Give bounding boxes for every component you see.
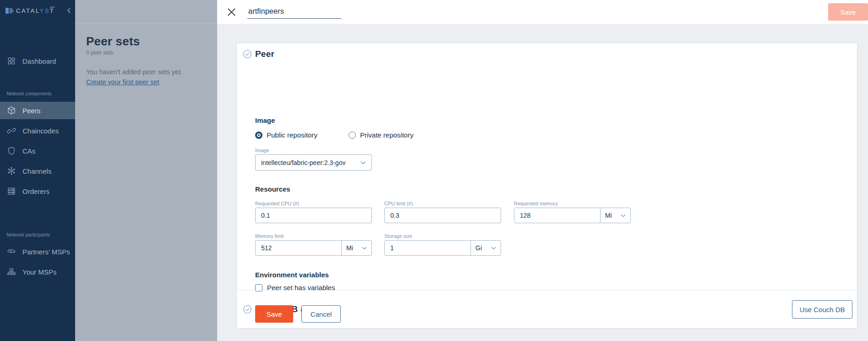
topbar-save-button[interactable]: Save	[828, 3, 868, 21]
sidebar: CATALYST Dashboard Network components Pe…	[0, 0, 75, 341]
sidebar-item-orderers[interactable]: Orderers	[0, 182, 75, 200]
sidebar-item-label: Your MSPs	[22, 268, 56, 276]
chain-icon	[6, 126, 16, 135]
storage-size-label: Storage size	[384, 233, 501, 239]
cube-icon	[6, 106, 16, 115]
cpu-limit-label: CPU limit (#)	[384, 201, 501, 206]
requested-memory-unit-select[interactable]: Mi	[600, 208, 630, 223]
memory-limit-label: Memory limit	[255, 233, 372, 239]
peer-sets-panel: Peer sets 0 peer sets You haven't added …	[75, 0, 217, 341]
peer-section: Peer Image Public repository Private rep	[237, 43, 857, 290]
image-heading: Image	[255, 116, 275, 124]
private-repository-radio[interactable]: Private repository	[349, 131, 436, 139]
dashboard-icon	[6, 56, 16, 66]
peer-sets-count: 0 peer sets	[86, 50, 206, 56]
sidebar-item-cas[interactable]: CAs	[0, 142, 75, 160]
sidebar-item-label: Partners’ MSPs	[22, 248, 70, 256]
main-area: Save Peer Image	[217, 0, 868, 341]
chevron-down-icon	[360, 161, 366, 165]
memory-limit-unit-select[interactable]: Mi	[341, 241, 371, 255]
storage-size-input[interactable]	[385, 241, 470, 255]
requested-memory-input[interactable]	[514, 208, 600, 223]
sidebar-item-partners-msps[interactable]: Partners’ MSPs	[0, 243, 75, 260]
sidebar-section-network-components: Network components	[0, 91, 75, 96]
sidebar-item-chaincodes[interactable]: Chaincodes	[0, 122, 75, 139]
org-chart-icon	[6, 267, 16, 276]
network-icon	[6, 166, 16, 176]
image-select-label: Image	[255, 148, 372, 153]
radio-selected-icon	[255, 132, 262, 139]
app-window: CATALYST Dashboard Network components Pe…	[0, 0, 868, 341]
catalyst-logo-icon	[5, 7, 13, 14]
empty-state-text: You haven't added peer sets yet.	[86, 68, 206, 77]
form-save-button[interactable]: Save	[255, 305, 293, 323]
logo-wordmark: CATALYST	[16, 7, 55, 14]
storage-size-unit-select[interactable]: Gi	[470, 241, 501, 255]
sidebar-collapse-chevron-left-icon[interactable]	[67, 8, 71, 13]
check-circle-icon	[243, 50, 252, 59]
sidebar-item-dashboard[interactable]: Dashboard	[0, 52, 75, 70]
chevron-down-icon	[491, 247, 496, 250]
resources-heading: Resources	[255, 185, 290, 193]
requested-memory-label: Requested memory	[514, 201, 631, 206]
server-stack-icon	[6, 187, 16, 196]
sidebar-item-your-msps[interactable]: Your MSPs	[0, 263, 75, 280]
sidebar-item-label: CAs	[22, 147, 35, 155]
form-cancel-button[interactable]: Cancel	[301, 305, 341, 323]
sidebar-item-channels[interactable]: Channels	[0, 162, 75, 180]
sidebar-item-label: Orderers	[22, 187, 49, 195]
peer-form-card: Peer Image Public repository Private rep	[236, 43, 857, 329]
radio-unselected-icon	[349, 132, 356, 139]
sidebar-section-network-participants: Network participants	[0, 232, 75, 237]
requested-cpu-input[interactable]	[255, 208, 372, 223]
requested-cpu-label: Requested CPU (#)	[255, 201, 372, 206]
shield-icon	[6, 146, 16, 155]
memory-limit-input[interactable]	[256, 241, 341, 255]
create-first-peer-set-link[interactable]: Create your first peer set	[86, 78, 159, 86]
chevron-down-icon	[362, 247, 367, 250]
checkbox-label: Peer set has variables	[267, 284, 335, 292]
close-icon[interactable]	[225, 6, 237, 18]
sidebar-item-label: Dashboard	[22, 57, 56, 65]
peer-set-has-variables-checkbox[interactable]	[255, 284, 262, 292]
public-repository-radio[interactable]: Public repository	[255, 131, 342, 139]
use-couch-db-button[interactable]: Use Couch DB	[792, 300, 852, 319]
chevron-down-icon	[621, 214, 626, 217]
content-area: Peer Image Public repository Private rep	[217, 24, 868, 341]
peer-set-name-input[interactable]	[247, 5, 341, 19]
sidebar-item-peers[interactable]: Peers	[0, 102, 75, 119]
sidebar-item-label: Peers	[22, 107, 40, 115]
topbar: Save	[217, 0, 868, 24]
sidebar-item-label: Chaincodes	[22, 127, 59, 135]
environment-variables-heading: Environment variables	[255, 271, 329, 279]
handshake-icon	[6, 247, 16, 256]
panel-title: Peer sets	[86, 34, 206, 49]
logo: CATALYST	[0, 0, 75, 16]
repository-radio-group: Public repository Private repository	[255, 131, 436, 139]
panel-divider	[75, 23, 217, 24]
cpu-limit-input[interactable]	[384, 208, 501, 223]
check-circle-icon	[243, 305, 252, 314]
image-select[interactable]: intellecteu/fabric-peer:2.3-gov	[255, 154, 372, 170]
peer-section-title: Peer	[255, 49, 274, 59]
sidebar-item-label: Channels	[22, 167, 51, 175]
